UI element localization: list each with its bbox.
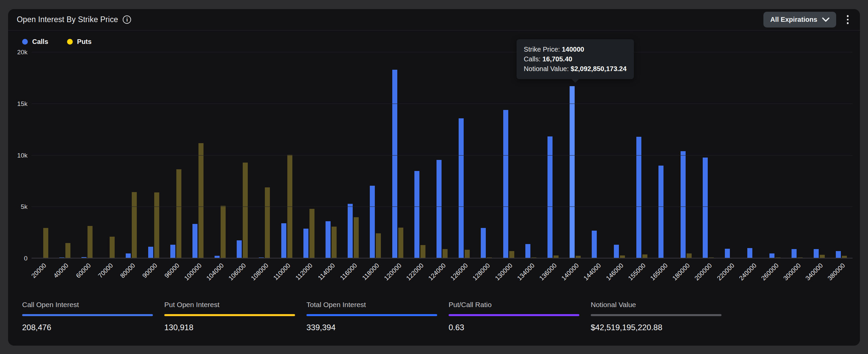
calls-bar[interactable] — [658, 166, 663, 258]
expirations-dropdown[interactable]: All Expirations — [764, 12, 836, 28]
puts-bar[interactable] — [354, 217, 359, 258]
strike-slot: 240000 — [742, 52, 764, 258]
x-axis-label: 114000 — [316, 262, 336, 282]
strike-slot: 340000 — [808, 52, 831, 258]
legend-item-puts[interactable]: Puts — [67, 38, 92, 45]
calls-bar[interactable] — [503, 110, 508, 258]
y-axis-tick: 0 — [24, 255, 28, 262]
open-interest-card: Open Interest By Strike Price i All Expi… — [8, 9, 860, 346]
calls-bar[interactable] — [237, 240, 242, 258]
legend-item-calls[interactable]: Calls — [22, 38, 48, 45]
gridline — [32, 52, 852, 52]
x-axis-label: 155000 — [627, 262, 647, 282]
strike-slot: 134000 — [520, 52, 542, 258]
strike-slot: 126000 — [453, 52, 475, 258]
strike-slot: 40000 — [54, 52, 76, 258]
x-axis-label: 240000 — [738, 262, 758, 282]
puts-bar[interactable] — [309, 209, 314, 258]
calls-bar[interactable] — [548, 136, 553, 258]
y-axis-tick: 20k — [17, 49, 28, 56]
calls-bar[interactable] — [792, 249, 797, 258]
calls-bar[interactable] — [348, 204, 353, 258]
calls-bar[interactable] — [681, 151, 686, 258]
strike-slot: 146000 — [609, 52, 631, 258]
x-axis-label: 260000 — [760, 262, 780, 282]
summary-stats: Call Open Interest208,476Put Open Intere… — [8, 301, 860, 346]
x-axis-label: 134000 — [516, 262, 536, 282]
puts-bar[interactable] — [110, 237, 115, 258]
stat-underline — [164, 314, 295, 316]
strike-slot: 300000 — [786, 52, 808, 258]
puts-bar[interactable] — [465, 250, 470, 258]
chevron-down-icon — [822, 18, 830, 22]
calls-bar[interactable] — [392, 70, 397, 258]
calls-bar[interactable] — [592, 231, 597, 258]
calls-bar[interactable] — [525, 244, 530, 258]
calls-bar[interactable] — [814, 249, 819, 258]
puts-bar[interactable] — [198, 143, 204, 258]
gridline — [32, 206, 852, 207]
puts-bar[interactable] — [88, 226, 93, 258]
stat-label: Total Open Interest — [306, 301, 448, 309]
puts-bar[interactable] — [398, 228, 403, 258]
x-axis-label: 124000 — [427, 262, 447, 282]
x-axis-label: 144000 — [582, 262, 602, 282]
x-axis-label: 165000 — [649, 262, 669, 282]
strike-slot: 114000 — [320, 52, 342, 258]
info-icon[interactable]: i — [123, 15, 131, 24]
strike-slot: 80000 — [120, 52, 143, 258]
calls-bar[interactable] — [836, 251, 841, 258]
calls-bar[interactable] — [747, 248, 752, 258]
puts-bar[interactable] — [176, 169, 181, 258]
stat-notional-value: Notional Value$42,519,195,220.88 — [591, 301, 733, 332]
x-axis-label: 180000 — [671, 262, 691, 282]
gridline — [32, 258, 852, 258]
puts-bar[interactable] — [332, 227, 337, 258]
calls-bar[interactable] — [370, 186, 375, 258]
puts-bar[interactable] — [421, 245, 426, 258]
calls-bar[interactable] — [569, 86, 575, 258]
puts-bar[interactable] — [243, 163, 248, 258]
puts-bar[interactable] — [132, 192, 137, 258]
calls-bar[interactable] — [725, 249, 730, 258]
stat-value: 339,394 — [306, 323, 448, 332]
kebab-menu-icon[interactable] — [845, 13, 851, 26]
strike-slot: 108000 — [253, 52, 276, 258]
calls-bar[interactable] — [459, 118, 464, 258]
gridline — [32, 104, 852, 104]
stat-label: Put/Call Ratio — [448, 301, 591, 309]
strike-slot: 220000 — [719, 52, 742, 258]
calls-bar[interactable] — [481, 228, 486, 258]
x-axis-label: 90000 — [141, 262, 159, 280]
puts-bar[interactable] — [154, 192, 159, 258]
x-axis-label: 104000 — [205, 262, 225, 282]
strike-slot: 120000 — [386, 52, 409, 258]
strike-slot: 260000 — [764, 52, 786, 258]
calls-bar[interactable] — [281, 223, 286, 258]
puts-bar[interactable] — [43, 228, 48, 258]
puts-bar[interactable] — [376, 233, 381, 258]
page-title: Open Interest By Strike Price — [17, 15, 118, 24]
calls-bar[interactable] — [703, 158, 708, 258]
stat-value: 208,476 — [22, 323, 164, 332]
stat-underline — [448, 314, 579, 316]
calls-bar[interactable] — [326, 221, 331, 258]
calls-bar[interactable] — [192, 224, 197, 258]
puts-bar[interactable] — [509, 251, 514, 258]
calls-bar[interactable] — [436, 160, 441, 258]
calls-bar[interactable] — [303, 229, 308, 258]
calls-legend-dot — [22, 39, 28, 44]
calls-bar[interactable] — [148, 247, 153, 258]
calls-bar[interactable] — [414, 171, 420, 258]
puts-bar[interactable] — [442, 249, 447, 258]
calls-bar[interactable] — [614, 245, 619, 259]
puts-bar[interactable] — [221, 206, 226, 258]
strike-slot: 136000 — [542, 52, 564, 258]
calls-bar[interactable] — [170, 245, 175, 259]
x-axis-label: 112000 — [294, 262, 314, 282]
puts-bar[interactable] — [65, 243, 70, 258]
puts-bar[interactable] — [265, 187, 270, 258]
strike-slot: 380000 — [831, 52, 852, 258]
strike-slot: 200000 — [698, 52, 719, 258]
strike-slot: 118000 — [365, 52, 386, 258]
